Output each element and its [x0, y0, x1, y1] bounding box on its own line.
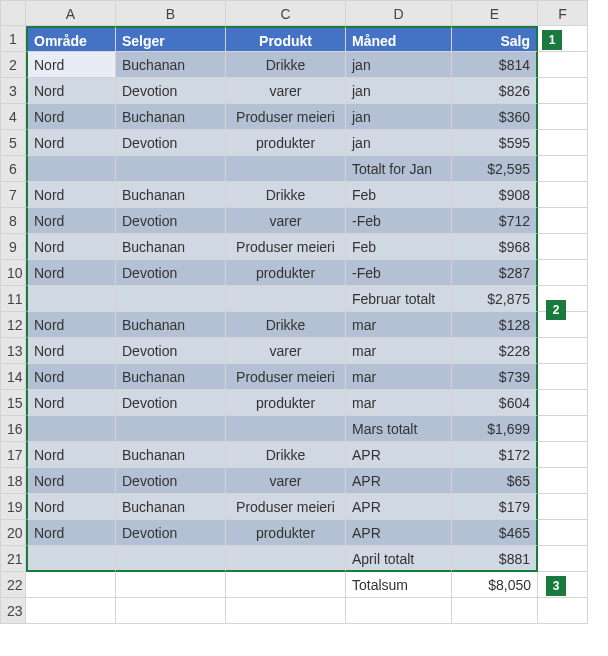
cell-B21[interactable] — [116, 546, 226, 572]
cell-D21[interactable]: April totalt — [346, 546, 452, 572]
cell-E3[interactable]: $826 — [452, 78, 538, 104]
cell-C19[interactable]: Produser meieri — [226, 494, 346, 520]
cell-E15[interactable]: $604 — [452, 390, 538, 416]
cell-F9[interactable] — [538, 234, 588, 260]
cell-A4[interactable]: Nord — [26, 104, 116, 130]
cell-A2[interactable]: Nord — [26, 52, 116, 78]
row-header-2[interactable]: 2 — [0, 52, 26, 78]
cell-E7[interactable]: $908 — [452, 182, 538, 208]
cell-B16[interactable] — [116, 416, 226, 442]
row-header-10[interactable]: 10 — [0, 260, 26, 286]
cell-E21[interactable]: $881 — [452, 546, 538, 572]
cell-C7[interactable]: Drikke — [226, 182, 346, 208]
cell-D15[interactable]: mar — [346, 390, 452, 416]
row-header-22[interactable]: 22 — [0, 572, 26, 598]
cell-A14[interactable]: Nord — [26, 364, 116, 390]
cell-D10[interactable]: -Feb — [346, 260, 452, 286]
cell-E18[interactable]: $65 — [452, 468, 538, 494]
row-header-19[interactable]: 19 — [0, 494, 26, 520]
cell-E4[interactable]: $360 — [452, 104, 538, 130]
cell-C5[interactable]: produkter — [226, 130, 346, 156]
cell-D6[interactable]: Totalt for Jan — [346, 156, 452, 182]
cell-D17[interactable]: APR — [346, 442, 452, 468]
cell-F3[interactable] — [538, 78, 588, 104]
cell-A6[interactable] — [26, 156, 116, 182]
cell-E8[interactable]: $712 — [452, 208, 538, 234]
cell-B8[interactable]: Devotion — [116, 208, 226, 234]
cell-E20[interactable]: $465 — [452, 520, 538, 546]
cell-B17[interactable]: Buchanan — [116, 442, 226, 468]
cell-A10[interactable]: Nord — [26, 260, 116, 286]
cell-B5[interactable]: Devotion — [116, 130, 226, 156]
col-header-C[interactable]: C — [226, 0, 346, 26]
row-header-15[interactable]: 15 — [0, 390, 26, 416]
cell-D22[interactable]: Totalsum — [346, 572, 452, 598]
cell-B22[interactable] — [116, 572, 226, 598]
row-header-16[interactable]: 16 — [0, 416, 26, 442]
cell-empty-23-5[interactable] — [538, 598, 588, 624]
cell-A13[interactable]: Nord — [26, 338, 116, 364]
table-header-C[interactable]: Produkt — [226, 26, 346, 52]
col-header-A[interactable]: A — [26, 0, 116, 26]
cell-A17[interactable]: Nord — [26, 442, 116, 468]
cell-C4[interactable]: Produser meieri — [226, 104, 346, 130]
row-header-11[interactable]: 11 — [0, 286, 26, 312]
cell-C15[interactable]: produkter — [226, 390, 346, 416]
cell-B10[interactable]: Devotion — [116, 260, 226, 286]
cell-C20[interactable]: produkter — [226, 520, 346, 546]
cell-D4[interactable]: jan — [346, 104, 452, 130]
cell-D18[interactable]: APR — [346, 468, 452, 494]
cell-E11[interactable]: $2,875 — [452, 286, 538, 312]
cell-B13[interactable]: Devotion — [116, 338, 226, 364]
cell-E10[interactable]: $287 — [452, 260, 538, 286]
cell-C12[interactable]: Drikke — [226, 312, 346, 338]
row-header-3[interactable]: 3 — [0, 78, 26, 104]
cell-A19[interactable]: Nord — [26, 494, 116, 520]
cell-C3[interactable]: varer — [226, 78, 346, 104]
cell-A15[interactable]: Nord — [26, 390, 116, 416]
cell-E19[interactable]: $179 — [452, 494, 538, 520]
cell-B11[interactable] — [116, 286, 226, 312]
cell-C13[interactable]: varer — [226, 338, 346, 364]
cell-F19[interactable] — [538, 494, 588, 520]
row-header-21[interactable]: 21 — [0, 546, 26, 572]
col-header-E[interactable]: E — [452, 0, 538, 26]
cell-E16[interactable]: $1,699 — [452, 416, 538, 442]
cell-B2[interactable]: Buchanan — [116, 52, 226, 78]
table-header-B[interactable]: Selger — [116, 26, 226, 52]
cell-E5[interactable]: $595 — [452, 130, 538, 156]
cell-C16[interactable] — [226, 416, 346, 442]
cell-A5[interactable]: Nord — [26, 130, 116, 156]
spreadsheet-grid[interactable]: ABCDEF1OmrådeSelgerProduktMånedSalg2Nord… — [0, 0, 608, 624]
cell-D14[interactable]: mar — [346, 364, 452, 390]
cell-empty-23-4[interactable] — [452, 598, 538, 624]
cell-B7[interactable]: Buchanan — [116, 182, 226, 208]
cell-A3[interactable]: Nord — [26, 78, 116, 104]
table-header-E[interactable]: Salg — [452, 26, 538, 52]
cell-A18[interactable]: Nord — [26, 468, 116, 494]
select-all-corner[interactable] — [0, 0, 26, 26]
cell-C10[interactable]: produkter — [226, 260, 346, 286]
cell-D11[interactable]: Februar totalt — [346, 286, 452, 312]
cell-B4[interactable]: Buchanan — [116, 104, 226, 130]
cell-A11[interactable] — [26, 286, 116, 312]
cell-F16[interactable] — [538, 416, 588, 442]
cell-F4[interactable] — [538, 104, 588, 130]
row-header-17[interactable]: 17 — [0, 442, 26, 468]
cell-D9[interactable]: Feb — [346, 234, 452, 260]
cell-B3[interactable]: Devotion — [116, 78, 226, 104]
row-header-23[interactable]: 23 — [0, 598, 26, 624]
col-header-B[interactable]: B — [116, 0, 226, 26]
row-header-4[interactable]: 4 — [0, 104, 26, 130]
cell-F8[interactable] — [538, 208, 588, 234]
cell-C21[interactable] — [226, 546, 346, 572]
cell-D19[interactable]: APR — [346, 494, 452, 520]
cell-F14[interactable] — [538, 364, 588, 390]
table-header-D[interactable]: Måned — [346, 26, 452, 52]
cell-B9[interactable]: Buchanan — [116, 234, 226, 260]
cell-B12[interactable]: Buchanan — [116, 312, 226, 338]
cell-E17[interactable]: $172 — [452, 442, 538, 468]
cell-E6[interactable]: $2,595 — [452, 156, 538, 182]
cell-D8[interactable]: -Feb — [346, 208, 452, 234]
cell-D16[interactable]: Mars totalt — [346, 416, 452, 442]
